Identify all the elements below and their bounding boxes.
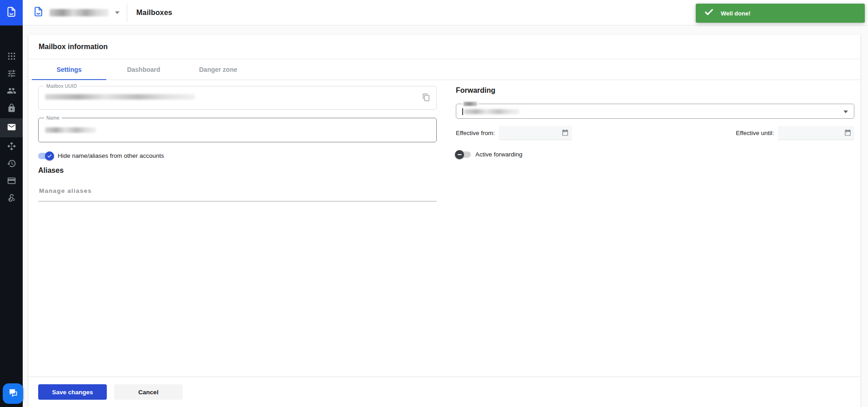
forwarding-column: Forwarding Effective from: Effective: [456, 80, 854, 158]
tab-dashboard[interactable]: Dashboard: [106, 59, 181, 80]
app-logo[interactable]: [0, 0, 23, 25]
toggle-minus-icon: [455, 150, 464, 159]
org-switcher[interactable]: [33, 6, 120, 19]
active-forwarding-label: Active forwarding: [475, 151, 523, 158]
webhook-icon: [7, 193, 16, 205]
sidebar-item-settings[interactable]: [0, 65, 23, 83]
sidebar-item-webhooks[interactable]: [0, 190, 23, 207]
card-footer: Save changes Cancel: [29, 377, 860, 407]
sidebar-item-billing[interactable]: [0, 173, 23, 190]
mailbox-uuid-label: Mailbox UUID: [44, 83, 79, 89]
aliases-divider: [38, 201, 437, 201]
mailbox-uuid-field[interactable]: Mailbox UUID: [38, 86, 437, 110]
calendar-until-button[interactable]: [843, 129, 852, 138]
copy-icon: [422, 93, 430, 103]
card-header: Mailbox information: [29, 35, 860, 59]
effective-until-group: Effective until:: [736, 126, 854, 140]
sidebar-item-apps[interactable]: [0, 48, 23, 65]
active-forwarding-toggle-row: Active forwarding: [456, 151, 854, 158]
active-forwarding-toggle[interactable]: [456, 151, 471, 158]
dropdown-arrow-icon: [843, 111, 848, 113]
select-label-redacted: [462, 102, 479, 106]
toggle-check-icon: [45, 151, 54, 161]
toast-message: Well done!: [721, 10, 750, 17]
forwarding-mailbox-select[interactable]: [456, 104, 854, 119]
sidebar-nav: [0, 48, 23, 207]
success-toast[interactable]: Well done!: [696, 4, 865, 23]
effective-from-group: Effective from:: [456, 126, 572, 140]
calendar-icon: [844, 129, 852, 138]
forwarding-heading: Forwarding: [456, 86, 854, 95]
sidebar-item-mailboxes[interactable]: [0, 118, 23, 137]
sidebar: [0, 0, 23, 407]
select-value-redacted: [464, 109, 519, 114]
lock-icon: [7, 103, 16, 115]
settings-column: Mailbox UUID Name Hide name/aliases from…: [38, 80, 437, 201]
name-label: Name: [44, 115, 62, 121]
effective-from-input[interactable]: [499, 126, 572, 140]
tab-settings[interactable]: Settings: [32, 59, 106, 80]
card-title: Mailbox information: [39, 43, 108, 51]
calendar-icon: [561, 129, 569, 138]
name-value-redacted: [45, 127, 96, 133]
name-field[interactable]: Name: [38, 118, 437, 142]
copy-uuid-button[interactable]: [421, 93, 432, 104]
document-icon: [33, 6, 44, 19]
cancel-button[interactable]: Cancel: [114, 384, 183, 400]
hide-aliases-toggle[interactable]: [38, 153, 53, 159]
effective-until-input[interactable]: [778, 126, 854, 140]
sidebar-item-security[interactable]: [0, 100, 23, 117]
tab-bar: Settings Dashboard Danger zone: [29, 59, 860, 80]
tab-danger-zone[interactable]: Danger zone: [181, 59, 255, 80]
effective-until-label: Effective until:: [736, 130, 774, 136]
check-icon: [704, 7, 714, 19]
effective-dates-row: Effective from: Effective until:: [456, 126, 854, 140]
chevron-down-icon: [115, 11, 120, 14]
page-title: Mailboxes: [136, 9, 172, 17]
people-icon: [7, 86, 16, 97]
org-name-redacted: [50, 9, 109, 16]
hide-aliases-toggle-row: Hide name/aliases from other accounts: [38, 152, 437, 159]
sidebar-item-history[interactable]: [0, 156, 23, 173]
chat-support-button[interactable]: [3, 383, 23, 404]
credit-card-icon: [7, 176, 16, 187]
document-logo-icon: [5, 6, 17, 20]
tune-icon: [7, 69, 16, 80]
save-changes-button[interactable]: Save changes: [38, 384, 107, 400]
mailbox-uuid-value-redacted: [45, 94, 195, 100]
header-divider: [127, 4, 127, 22]
aliases-heading: Aliases: [38, 166, 437, 175]
sidebar-item-accounts[interactable]: [0, 83, 23, 100]
hide-aliases-label: Hide name/aliases from other accounts: [58, 152, 164, 159]
sidebar-item-integrations[interactable]: [0, 138, 23, 156]
text-cursor: [462, 108, 463, 115]
apps-grid-icon: [7, 51, 16, 63]
manage-aliases-button[interactable]: Manage aliases: [38, 187, 93, 194]
effective-from-label: Effective from:: [456, 130, 495, 136]
calendar-from-button[interactable]: [560, 129, 569, 138]
mail-icon: [7, 122, 16, 134]
diamonds-icon: [7, 141, 16, 153]
history-icon: [7, 159, 16, 170]
forum-chat-icon: [8, 387, 19, 400]
mailbox-card: Mailbox information Settings Dashboard D…: [29, 35, 860, 407]
